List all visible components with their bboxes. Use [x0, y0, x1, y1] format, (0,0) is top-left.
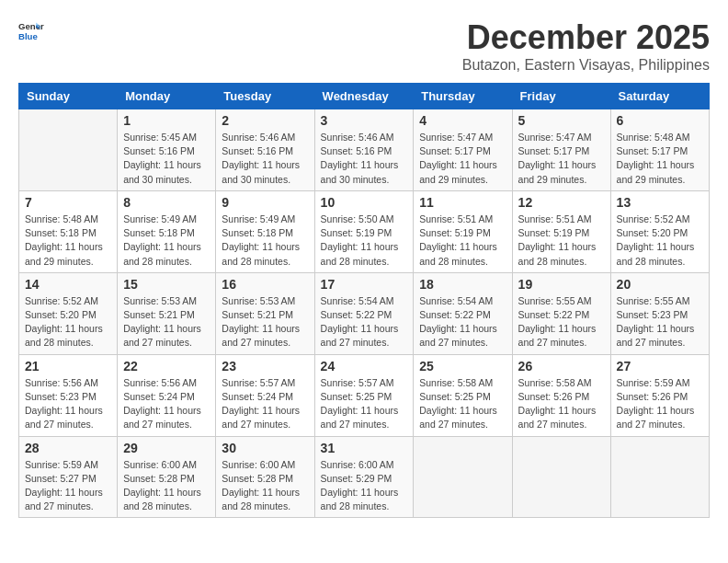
day-info: Sunrise: 5:55 AMSunset: 5:22 PMDaylight:… — [518, 294, 605, 350]
day-number: 12 — [518, 195, 605, 210]
week-row-3: 21Sunrise: 5:56 AMSunset: 5:23 PMDayligh… — [19, 354, 710, 436]
header-tuesday: Tuesday — [216, 84, 314, 109]
day-info: Sunrise: 5:52 AMSunset: 5:20 PMDaylight:… — [25, 294, 111, 350]
calendar-cell: 8Sunrise: 5:49 AMSunset: 5:18 PMDaylight… — [118, 190, 216, 272]
day-number: 18 — [419, 277, 506, 292]
day-info: Sunrise: 5:59 AMSunset: 5:27 PMDaylight:… — [25, 458, 111, 514]
calendar-cell: 1Sunrise: 5:45 AMSunset: 5:16 PMDaylight… — [118, 109, 216, 191]
day-info: Sunrise: 5:45 AMSunset: 5:16 PMDaylight:… — [123, 131, 210, 187]
header-friday: Friday — [512, 84, 610, 109]
day-number: 16 — [222, 277, 308, 292]
day-info: Sunrise: 6:00 AMSunset: 5:29 PMDaylight:… — [321, 458, 408, 514]
day-number: 1 — [123, 113, 210, 128]
calendar-cell: 26Sunrise: 5:58 AMSunset: 5:26 PMDayligh… — [512, 354, 610, 436]
day-number: 7 — [25, 195, 111, 210]
header-saturday: Saturday — [610, 84, 709, 109]
calendar-cell: 5Sunrise: 5:47 AMSunset: 5:17 PMDaylight… — [512, 109, 610, 191]
calendar-cell: 11Sunrise: 5:51 AMSunset: 5:19 PMDayligh… — [414, 190, 512, 272]
day-number: 3 — [321, 113, 408, 128]
calendar-cell: 7Sunrise: 5:48 AMSunset: 5:18 PMDaylight… — [19, 190, 118, 272]
calendar-cell: 28Sunrise: 5:59 AMSunset: 5:27 PMDayligh… — [19, 436, 118, 518]
header-sunday: Sunday — [19, 84, 118, 109]
week-row-1: 7Sunrise: 5:48 AMSunset: 5:18 PMDaylight… — [19, 190, 710, 272]
calendar-cell: 4Sunrise: 5:47 AMSunset: 5:17 PMDaylight… — [414, 109, 512, 191]
day-info: Sunrise: 5:53 AMSunset: 5:21 PMDaylight:… — [123, 294, 210, 350]
day-info: Sunrise: 5:46 AMSunset: 5:16 PMDaylight:… — [222, 131, 308, 187]
day-number: 28 — [25, 441, 111, 455]
day-number: 9 — [222, 195, 308, 210]
calendar-cell: 10Sunrise: 5:50 AMSunset: 5:19 PMDayligh… — [314, 190, 414, 272]
calendar-cell: 2Sunrise: 5:46 AMSunset: 5:16 PMDaylight… — [216, 109, 314, 191]
calendar-cell: 19Sunrise: 5:55 AMSunset: 5:22 PMDayligh… — [512, 272, 610, 354]
calendar-cell: 12Sunrise: 5:51 AMSunset: 5:19 PMDayligh… — [512, 190, 610, 272]
day-info: Sunrise: 5:48 AMSunset: 5:18 PMDaylight:… — [25, 213, 111, 269]
svg-text:Blue: Blue — [18, 31, 38, 41]
location-title: Butazon, Eastern Visayas, Philippines — [462, 57, 710, 74]
month-title: December 2025 — [462, 18, 710, 57]
day-info: Sunrise: 5:51 AMSunset: 5:19 PMDaylight:… — [518, 213, 605, 269]
day-number: 10 — [321, 195, 408, 210]
day-number: 11 — [419, 195, 506, 210]
day-info: Sunrise: 5:55 AMSunset: 5:23 PMDaylight:… — [617, 294, 703, 350]
calendar-cell: 21Sunrise: 5:56 AMSunset: 5:23 PMDayligh… — [19, 354, 118, 436]
calendar-cell: 31Sunrise: 6:00 AMSunset: 5:29 PMDayligh… — [314, 436, 414, 518]
day-number: 20 — [617, 277, 703, 292]
calendar-cell: 14Sunrise: 5:52 AMSunset: 5:20 PMDayligh… — [19, 272, 118, 354]
day-number: 5 — [518, 113, 605, 128]
day-number: 27 — [617, 359, 703, 373]
day-number: 4 — [419, 113, 506, 128]
week-row-4: 28Sunrise: 5:59 AMSunset: 5:27 PMDayligh… — [19, 436, 710, 518]
day-info: Sunrise: 5:46 AMSunset: 5:16 PMDaylight:… — [321, 131, 408, 187]
day-info: Sunrise: 5:53 AMSunset: 5:21 PMDaylight:… — [222, 294, 308, 350]
calendar-cell: 6Sunrise: 5:48 AMSunset: 5:17 PMDaylight… — [610, 109, 709, 191]
calendar-cell: 3Sunrise: 5:46 AMSunset: 5:16 PMDaylight… — [314, 109, 414, 191]
day-info: Sunrise: 5:58 AMSunset: 5:25 PMDaylight:… — [419, 376, 506, 432]
day-number: 13 — [617, 195, 703, 210]
day-number: 14 — [25, 277, 111, 292]
header-monday: Monday — [118, 84, 216, 109]
day-number: 2 — [222, 113, 308, 128]
day-info: Sunrise: 5:57 AMSunset: 5:24 PMDaylight:… — [222, 376, 308, 432]
day-info: Sunrise: 5:57 AMSunset: 5:25 PMDaylight:… — [321, 376, 408, 432]
day-number: 21 — [25, 359, 111, 373]
day-info: Sunrise: 5:47 AMSunset: 5:17 PMDaylight:… — [518, 131, 605, 187]
calendar-cell: 27Sunrise: 5:59 AMSunset: 5:26 PMDayligh… — [610, 354, 709, 436]
day-info: Sunrise: 5:54 AMSunset: 5:22 PMDaylight:… — [419, 294, 506, 350]
week-row-0: 1Sunrise: 5:45 AMSunset: 5:16 PMDaylight… — [19, 109, 710, 191]
calendar-cell: 13Sunrise: 5:52 AMSunset: 5:20 PMDayligh… — [610, 190, 709, 272]
day-info: Sunrise: 5:51 AMSunset: 5:19 PMDaylight:… — [419, 213, 506, 269]
day-info: Sunrise: 5:49 AMSunset: 5:18 PMDaylight:… — [222, 213, 308, 269]
calendar-cell — [414, 436, 512, 518]
day-info: Sunrise: 5:47 AMSunset: 5:17 PMDaylight:… — [419, 131, 506, 187]
day-info: Sunrise: 6:00 AMSunset: 5:28 PMDaylight:… — [123, 458, 210, 514]
calendar-cell: 24Sunrise: 5:57 AMSunset: 5:25 PMDayligh… — [314, 354, 414, 436]
header-row: SundayMondayTuesdayWednesdayThursdayFrid… — [19, 84, 710, 109]
day-number: 29 — [123, 441, 210, 455]
day-number: 22 — [123, 359, 210, 373]
day-number: 15 — [123, 277, 210, 292]
calendar-cell — [19, 109, 118, 191]
calendar-cell — [512, 436, 610, 518]
calendar-table: SundayMondayTuesdayWednesdayThursdayFrid… — [18, 83, 710, 518]
day-number: 8 — [123, 195, 210, 210]
title-area: December 2025 Butazon, Eastern Visayas, … — [462, 18, 710, 74]
calendar-cell: 29Sunrise: 6:00 AMSunset: 5:28 PMDayligh… — [118, 436, 216, 518]
calendar-cell: 30Sunrise: 6:00 AMSunset: 5:28 PMDayligh… — [216, 436, 314, 518]
day-info: Sunrise: 5:50 AMSunset: 5:19 PMDaylight:… — [321, 213, 408, 269]
calendar-cell: 18Sunrise: 5:54 AMSunset: 5:22 PMDayligh… — [414, 272, 512, 354]
day-number: 17 — [321, 277, 408, 292]
calendar-cell: 22Sunrise: 5:56 AMSunset: 5:24 PMDayligh… — [118, 354, 216, 436]
week-row-2: 14Sunrise: 5:52 AMSunset: 5:20 PMDayligh… — [19, 272, 710, 354]
day-info: Sunrise: 5:59 AMSunset: 5:26 PMDaylight:… — [617, 376, 703, 432]
day-number: 26 — [518, 359, 605, 373]
calendar-cell: 16Sunrise: 5:53 AMSunset: 5:21 PMDayligh… — [216, 272, 314, 354]
day-number: 6 — [617, 113, 703, 128]
calendar-cell: 15Sunrise: 5:53 AMSunset: 5:21 PMDayligh… — [118, 272, 216, 354]
calendar-cell: 17Sunrise: 5:54 AMSunset: 5:22 PMDayligh… — [314, 272, 414, 354]
logo: General Blue — [18, 18, 44, 44]
day-number: 30 — [222, 441, 308, 455]
day-number: 24 — [321, 359, 408, 373]
day-info: Sunrise: 5:58 AMSunset: 5:26 PMDaylight:… — [518, 376, 605, 432]
day-info: Sunrise: 5:48 AMSunset: 5:17 PMDaylight:… — [617, 131, 703, 187]
day-number: 25 — [419, 359, 506, 373]
